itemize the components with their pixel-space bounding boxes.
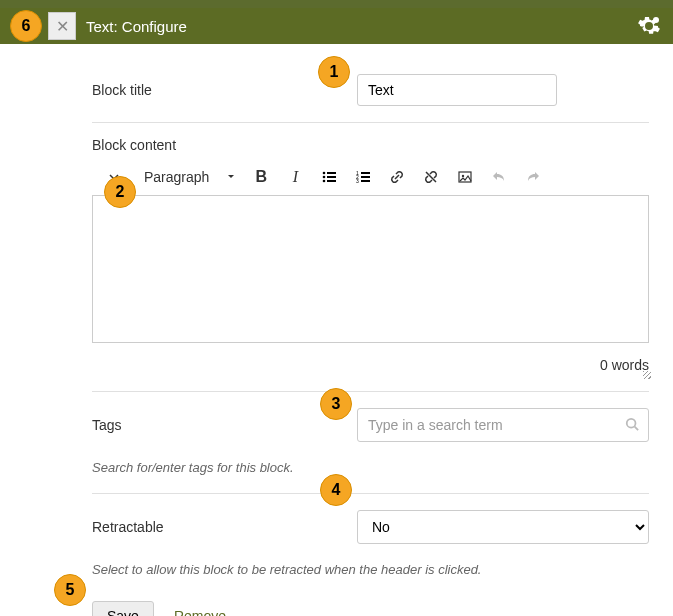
divider — [92, 391, 649, 392]
unlink-icon[interactable] — [417, 163, 445, 191]
svg-rect-6 — [327, 180, 336, 182]
row-tags: Tags — [92, 396, 649, 454]
close-icon: ✕ — [56, 17, 69, 36]
label-retractable: Retractable — [92, 519, 357, 535]
svg-point-1 — [323, 172, 326, 175]
image-icon[interactable] — [451, 163, 479, 191]
svg-point-15 — [627, 419, 636, 428]
redo-icon[interactable] — [519, 163, 547, 191]
numbered-list-icon[interactable]: 123 — [349, 163, 377, 191]
undo-icon[interactable] — [485, 163, 513, 191]
divider — [92, 122, 649, 123]
help-tags: Search for/enter tags for this block. — [92, 460, 649, 475]
row-retractable: Retractable No — [92, 498, 649, 556]
dialog-title: Text: Configure — [86, 18, 187, 35]
format-label: Paragraph — [144, 169, 209, 185]
svg-rect-8 — [361, 172, 370, 174]
dropdown-caret-icon — [227, 173, 235, 181]
svg-point-14 — [462, 175, 464, 177]
svg-rect-4 — [327, 176, 336, 178]
link-icon[interactable] — [383, 163, 411, 191]
close-button[interactable]: ✕ — [48, 12, 76, 40]
divider — [92, 493, 649, 494]
annotation-marker-3: 3 — [320, 388, 352, 420]
svg-point-5 — [323, 180, 326, 183]
word-count: 0 words — [92, 357, 649, 373]
select-retractable[interactable]: No — [357, 510, 649, 544]
annotation-marker-4: 4 — [320, 474, 352, 506]
label-tags: Tags — [92, 417, 357, 433]
annotation-marker-1: 1 — [318, 56, 350, 88]
label-block-title: Block title — [92, 82, 357, 98]
svg-rect-12 — [361, 180, 370, 182]
gear-icon[interactable] — [637, 14, 661, 41]
help-retractable: Select to allow this block to be retract… — [92, 562, 649, 577]
svg-point-0 — [653, 17, 659, 23]
actions: Save Remove — [92, 601, 649, 616]
annotation-marker-5: 5 — [54, 574, 86, 606]
dialog-content: Block title Block content Paragraph B I … — [0, 44, 673, 616]
content-editor[interactable] — [92, 195, 649, 343]
bullet-list-icon[interactable] — [315, 163, 343, 191]
svg-point-3 — [323, 176, 326, 179]
search-icon — [625, 417, 639, 434]
svg-text:3: 3 — [356, 178, 359, 184]
save-button[interactable]: Save — [92, 601, 154, 616]
annotation-marker-6: 6 — [10, 10, 42, 42]
format-dropdown[interactable]: Paragraph — [138, 169, 241, 185]
row-block-title: Block title — [92, 62, 649, 118]
italic-icon[interactable]: I — [281, 163, 309, 191]
editor-toolbar: Paragraph B I 123 — [92, 159, 649, 195]
bold-icon[interactable]: B — [247, 163, 275, 191]
input-tags[interactable] — [357, 408, 649, 442]
input-block-title[interactable] — [357, 74, 557, 106]
remove-link[interactable]: Remove — [174, 608, 226, 616]
dialog-header: ✕ Text: Configure — [0, 8, 673, 44]
top-strip — [0, 0, 673, 8]
label-block-content: Block content — [92, 137, 649, 153]
svg-rect-10 — [361, 176, 370, 178]
svg-rect-2 — [327, 172, 336, 174]
annotation-marker-2: 2 — [104, 176, 136, 208]
